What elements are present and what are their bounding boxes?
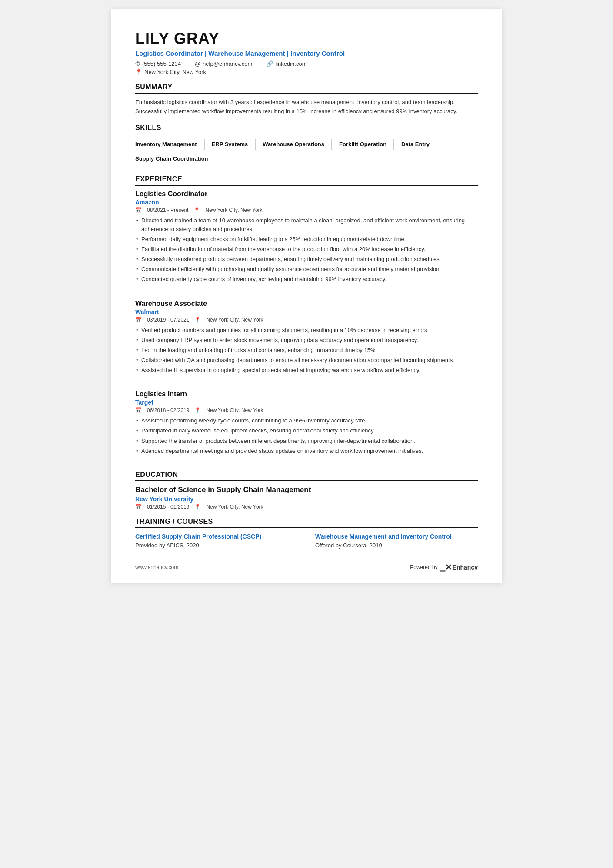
bullet-2-1: Verified product numbers and quantities … <box>135 326 478 335</box>
job-location-3: New York City, New York <box>206 407 263 413</box>
edu-location: New York City, New York <box>206 504 263 510</box>
bullet-2-2: Used company ERP system to enter stock m… <box>135 336 478 345</box>
location-icon-1: 📍 <box>193 207 200 213</box>
job-date-3: 06/2018 - 02/2019 <box>147 407 189 413</box>
training-title-2: Warehouse Management and Inventory Contr… <box>315 533 478 541</box>
footer-url: www.enhancv.com <box>135 564 178 570</box>
job-location-1: New York City, New York <box>205 207 262 213</box>
linkedin-contact: 🔗 linkedin.com <box>266 60 306 67</box>
bullet-3-2: Participated in daily warehouse equipmen… <box>135 426 478 435</box>
enhancv-logo: ⎯✕ Enhancv <box>440 563 478 572</box>
bullet-1-6: Conducted quarterly cycle counts of inve… <box>135 275 478 284</box>
skill-forklift-operation: Forklift Operation <box>339 139 394 150</box>
contact-info: ✆ (555) 555-1234 @ help@enhancv.com 🔗 li… <box>135 60 478 67</box>
location-icon: 📍 <box>135 69 142 75</box>
bullet-1-2: Performed daily equipment checks on fork… <box>135 235 478 244</box>
bullet-3-3: Supported the transfer of products betwe… <box>135 437 478 446</box>
bullet-1-5: Communicated efficiently with purchasing… <box>135 265 478 274</box>
job-title-2: Warehouse Associate <box>135 300 478 308</box>
experience-entry-amazon: Logistics Coordinator Amazon 📅 08/2021 -… <box>135 190 478 292</box>
training-entry-1: Certified Supply Chain Professional (CSC… <box>135 533 298 549</box>
experience-title: EXPERIENCE <box>135 175 478 186</box>
job-bullets-1: Directed and trained a team of 10 wareho… <box>135 216 478 284</box>
training-title-1: Certified Supply Chain Professional (CSC… <box>135 533 298 541</box>
bullet-2-5: Assisted the IL supervisor in completing… <box>135 366 478 375</box>
skills-title: SKILLS <box>135 124 478 134</box>
page-footer: www.enhancv.com Powered by ⎯✕ Enhancv <box>135 563 478 572</box>
job-meta-3: 📅 06/2018 - 02/2019 📍 New York City, New… <box>135 407 478 413</box>
header: LILY GRAY Logistics Coordinator | Wareho… <box>135 30 478 75</box>
location-text: New York City, New York <box>144 69 206 75</box>
job-bullets-3: Assisted in performing weekly cycle coun… <box>135 416 478 456</box>
bullet-1-1: Directed and trained a team of 10 wareho… <box>135 216 478 234</box>
company-name-1: Amazon <box>135 199 478 206</box>
job-date-2: 03/2019 - 07/2021 <box>147 317 189 323</box>
bullet-1-3: Facilitated the distribution of material… <box>135 245 478 254</box>
job-meta-1: 📅 08/2021 - Present 📍 New York City, New… <box>135 207 478 213</box>
skill-data-entry: Data Entry <box>401 139 436 150</box>
degree-title: Bachelor of Science in Supply Chain Mana… <box>135 486 478 494</box>
edu-location-icon: 📍 <box>194 504 201 510</box>
skill-supply-chain: Supply Chain Coordination <box>135 153 215 164</box>
candidate-title: Logistics Coordinator | Warehouse Manage… <box>135 50 478 57</box>
linkedin-url: linkedin.com <box>275 60 306 67</box>
location-icon-2: 📍 <box>194 317 201 323</box>
summary-text: Enthusiastic logistics coordinator with … <box>135 98 478 116</box>
calendar-icon-1: 📅 <box>135 207 142 213</box>
enhancv-logo-icon: ⎯✕ <box>440 563 452 572</box>
phone-icon: ✆ <box>135 60 140 67</box>
footer-brand: Powered by ⎯✕ Enhancv <box>410 563 478 572</box>
bullet-3-4: Attended departmental meetings and provi… <box>135 447 478 456</box>
phone-number: (555) 555-1234 <box>142 60 181 67</box>
email-contact: @ help@enhancv.com <box>195 60 252 67</box>
skills-section: SKILLS Inventory Management ERP Systems … <box>135 124 478 168</box>
skill-warehouse-operations: Warehouse Operations <box>263 139 332 150</box>
edu-date: 01/2015 - 01/2019 <box>147 504 189 510</box>
skill-erp-systems: ERP Systems <box>212 139 256 150</box>
linkedin-icon: 🔗 <box>266 60 273 67</box>
calendar-icon-3: 📅 <box>135 407 142 413</box>
education-section: EDUCATION Bachelor of Science in Supply … <box>135 471 478 510</box>
phone-contact: ✆ (555) 555-1234 <box>135 60 181 67</box>
training-entry-2: Warehouse Management and Inventory Contr… <box>315 533 478 549</box>
training-provider-1: Provided by APICS, 2020 <box>135 542 298 549</box>
skill-inventory-management: Inventory Management <box>135 139 205 150</box>
resume-page: LILY GRAY Logistics Coordinator | Wareho… <box>111 9 502 583</box>
bullet-2-3: Led in the loading and unloading of truc… <box>135 346 478 355</box>
job-title-3: Logistics Intern <box>135 390 478 398</box>
email-icon: @ <box>195 60 200 67</box>
enhancv-brand-name: Enhancv <box>453 564 478 571</box>
training-section: TRAINING / COURSES Certified Supply Chai… <box>135 518 478 549</box>
job-date-1: 08/2021 - Present <box>147 207 188 213</box>
skills-container: Inventory Management ERP Systems Warehou… <box>135 139 478 168</box>
experience-entry-target: Logistics Intern Target 📅 06/2018 - 02/2… <box>135 390 478 463</box>
candidate-name: LILY GRAY <box>135 30 478 48</box>
job-location-2: New York City, New York <box>206 317 263 323</box>
job-title-1: Logistics Coordinator <box>135 190 478 198</box>
summary-section: SUMMARY Enthusiastic logistics coordinat… <box>135 83 478 116</box>
skills-row-1: Inventory Management ERP Systems Warehou… <box>135 139 478 153</box>
edu-calendar-icon: 📅 <box>135 504 142 510</box>
bullet-2-4: Collaborated with QA and purchasing depa… <box>135 356 478 365</box>
location-icon-3: 📍 <box>194 407 201 413</box>
training-grid: Certified Supply Chain Professional (CSC… <box>135 533 478 549</box>
bullet-1-4: Successfully transferred products betwee… <box>135 255 478 264</box>
company-name-3: Target <box>135 399 478 406</box>
location-info: 📍 New York City, New York <box>135 69 478 75</box>
education-meta: 📅 01/2015 - 01/2019 📍 New York City, New… <box>135 504 478 510</box>
calendar-icon-2: 📅 <box>135 317 142 323</box>
job-meta-2: 📅 03/2019 - 07/2021 📍 New York City, New… <box>135 317 478 323</box>
school-name: New York University <box>135 496 478 503</box>
bullet-3-1: Assisted in performing weekly cycle coun… <box>135 416 478 425</box>
powered-by-text: Powered by <box>410 564 437 570</box>
skills-row-2: Supply Chain Coordination <box>135 153 478 168</box>
experience-section: EXPERIENCE Logistics Coordinator Amazon … <box>135 175 478 463</box>
training-title: TRAINING / COURSES <box>135 518 478 528</box>
company-name-2: Walmart <box>135 308 478 315</box>
email-address: help@enhancv.com <box>203 60 252 67</box>
training-provider-2: Offered by Coursera, 2019 <box>315 542 478 549</box>
education-title: EDUCATION <box>135 471 478 481</box>
job-bullets-2: Verified product numbers and quantities … <box>135 326 478 375</box>
summary-title: SUMMARY <box>135 83 478 94</box>
experience-entry-walmart: Warehouse Associate Walmart 📅 03/2019 - … <box>135 300 478 383</box>
